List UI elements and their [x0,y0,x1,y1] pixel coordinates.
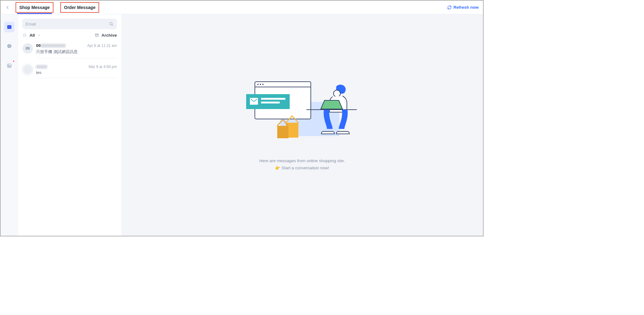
sender-name: 09 [36,43,66,48]
svg-point-20 [334,90,340,97]
redacted-text [36,65,47,69]
conversation-item[interactable]: Mar 9 at 4:59 pm tes [18,61,121,81]
tab-label: Shop Message [19,5,50,10]
filter-label: All [30,33,35,38]
svg-point-1 [8,65,9,65]
message-preview: tes [36,70,117,75]
svg-rect-16 [261,98,285,100]
redacted-text [41,44,66,48]
tab-label: Order Message [64,5,95,10]
sidebar-rail [1,14,18,236]
svg-point-11 [257,84,259,85]
avatar: 09 [22,43,33,54]
empty-state-text: Here are messages from online shopping s… [259,158,345,172]
svg-marker-21 [321,100,343,109]
mail-icon [7,24,12,30]
rail-item-mail[interactable] [4,22,15,32]
tab-order-message[interactable]: Order Message [60,2,99,13]
empty-illustration [243,79,361,147]
archive-button[interactable]: Archive [94,33,117,38]
svg-rect-17 [261,102,280,103]
svg-line-4 [112,25,113,25]
search-icon [109,21,114,26]
refresh-icon [447,5,452,10]
rail-item-media[interactable] [4,60,15,71]
threads-list: 09 09 Apr 6 at 11:21 am 只留手機 測試網店訊息 Mar … [18,40,121,236]
content-pane-empty: Here are messages from online shopping s… [121,14,483,236]
svg-point-12 [260,84,261,85]
topbar: Shop Message Order Message Refresh now [1,1,483,14]
refresh-button[interactable]: Refresh now [447,5,479,10]
empty-line-1: Here are messages from online shopping s… [259,158,345,165]
empty-line-2: 👉Start a conversation now! [259,165,345,172]
sender-name [36,64,47,69]
rail-item-chat[interactable] [4,41,15,52]
avatar [22,64,33,75]
search-input[interactable] [25,22,109,26]
conversation-item[interactable]: 09 09 Apr 6 at 11:21 am 只留手機 測試網店訊息 [18,40,121,61]
archive-label: Archive [101,33,117,38]
image-icon [7,63,12,68]
svg-point-13 [262,84,264,85]
refresh-label: Refresh now [453,5,479,10]
svg-marker-5 [23,34,26,37]
message-preview: 只留手機 測試網店訊息 [36,49,117,55]
search-input-wrapper[interactable] [22,19,117,29]
filter-dropdown[interactable]: All [22,33,41,38]
chat-icon [7,43,12,49]
back-button[interactable] [2,2,12,12]
tab-shop-message[interactable]: Shop Message [16,2,53,13]
conversation-list-pane: All Archive 09 09 Apr 6 at 11:21 am 只留手機… [18,14,121,236]
archive-icon [94,33,99,38]
chevron-down-icon [37,34,41,37]
point-right-icon: 👉 [275,166,280,170]
timestamp: Apr 6 at 11:21 am [87,43,117,48]
svg-rect-19 [277,126,288,138]
filter-row: All Archive [18,32,121,40]
chevron-left-icon [5,5,10,10]
star-icon [22,33,27,38]
badge-dot [12,60,15,62]
svg-rect-6 [95,34,99,35]
timestamp: Mar 9 at 4:59 pm [89,65,117,69]
